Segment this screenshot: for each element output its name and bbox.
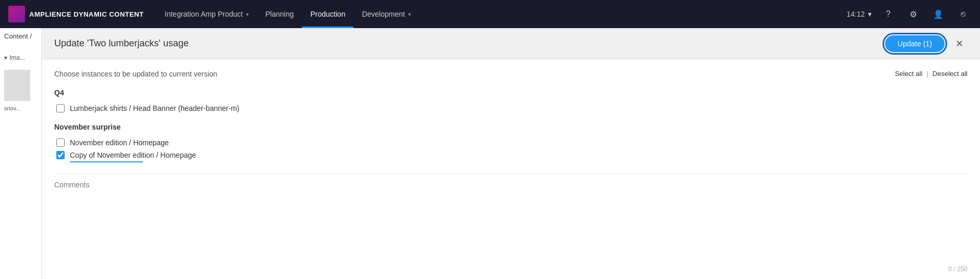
list-item: November edition / Homepage bbox=[56, 136, 967, 149]
nav-right-area: 14:12 ▾ ? ⚙ 👤 ⎋ bbox=[847, 6, 980, 22]
settings-icon[interactable]: ⚙ bbox=[905, 6, 922, 22]
group-label-november: November surprise bbox=[54, 123, 967, 131]
group-q4: Q4 Lumberjack shirts / Head Banner (head… bbox=[54, 88, 967, 115]
brand-logo-icon bbox=[8, 6, 25, 22]
help-icon[interactable]: ? bbox=[880, 6, 897, 22]
group-november-surprise: November surprise November edition / Hom… bbox=[54, 123, 967, 161]
update-usage-dialog: Update 'Two lumberjacks' usage Update (1… bbox=[42, 28, 980, 279]
brand-name: AMPLIENCE DYNAMIC CONTENT bbox=[29, 10, 144, 18]
underline-indicator bbox=[70, 161, 143, 162]
dialog-content: Choose instances to be updated to curren… bbox=[42, 59, 980, 279]
checkbox-november-edition[interactable] bbox=[56, 138, 65, 147]
nav-items: Integration Amp Product ▾ Planning Produ… bbox=[156, 0, 847, 28]
nav-development[interactable]: Development ▾ bbox=[353, 0, 419, 28]
comments-section bbox=[54, 174, 967, 191]
content-label: Content / bbox=[4, 32, 32, 40]
close-button[interactable]: ✕ bbox=[951, 35, 967, 52]
page-body: Content / ▾ Ima... snov... Update 'Two l… bbox=[0, 28, 980, 279]
checkbox-copy-november[interactable] bbox=[56, 151, 65, 159]
list-item: Lumberjack shirts / Head Banner (header-… bbox=[56, 102, 967, 115]
deselect-all-link[interactable]: Deselect all bbox=[933, 70, 967, 78]
user-icon[interactable]: 👤 bbox=[930, 6, 947, 22]
checkbox-label-november-edition: November edition / Homepage bbox=[70, 138, 169, 147]
exit-icon[interactable]: ⎋ bbox=[955, 6, 972, 22]
nav-planning[interactable]: Planning bbox=[257, 0, 302, 28]
chevron-down-icon: ▾ bbox=[4, 54, 7, 61]
chevron-down-icon: ▾ bbox=[246, 11, 249, 17]
group-label-q4: Q4 bbox=[54, 88, 967, 97]
nav-production[interactable]: Production bbox=[302, 0, 353, 28]
dialog-subtitle: Choose instances to be updated to curren… bbox=[54, 70, 967, 78]
comments-input[interactable] bbox=[54, 179, 967, 191]
top-navigation: AMPLIENCE DYNAMIC CONTENT Integration Am… bbox=[0, 0, 980, 28]
checkbox-label-copy-november: Copy of November edition / Homepage bbox=[70, 151, 196, 159]
thumbnail-area bbox=[4, 70, 30, 101]
checkbox-label-lumberjack: Lumberjack shirts / Head Banner (header-… bbox=[70, 104, 239, 112]
dialog-title: Update 'Two lumberjacks' usage bbox=[54, 38, 189, 49]
checkbox-lumberjack[interactable] bbox=[56, 104, 65, 112]
snow-label: snov... bbox=[4, 105, 21, 111]
ima-section: ▾ Ima... bbox=[4, 54, 25, 61]
nav-time: 14:12 ▾ bbox=[847, 10, 872, 18]
bg-sidebar: Content / ▾ Ima... snov... bbox=[0, 28, 42, 279]
update-button[interactable]: Update (1) bbox=[885, 35, 945, 52]
chevron-down-icon: ▾ bbox=[408, 11, 411, 17]
char-count: 0 / 250 bbox=[948, 265, 967, 273]
nav-integration[interactable]: Integration Amp Product ▾ bbox=[156, 0, 257, 28]
dialog-header: Update 'Two lumberjacks' usage Update (1… bbox=[42, 28, 980, 59]
chevron-down-icon: ▾ bbox=[868, 10, 872, 18]
dialog-header-actions: Update (1) ✕ bbox=[885, 35, 967, 52]
list-item: Copy of November edition / Homepage bbox=[56, 149, 967, 161]
separator: | bbox=[926, 70, 928, 78]
select-all-link[interactable]: Select all bbox=[895, 70, 923, 78]
brand-logo-area: AMPLIENCE DYNAMIC CONTENT bbox=[8, 6, 144, 22]
select-deselect-area: Select all | Deselect all bbox=[895, 70, 967, 78]
